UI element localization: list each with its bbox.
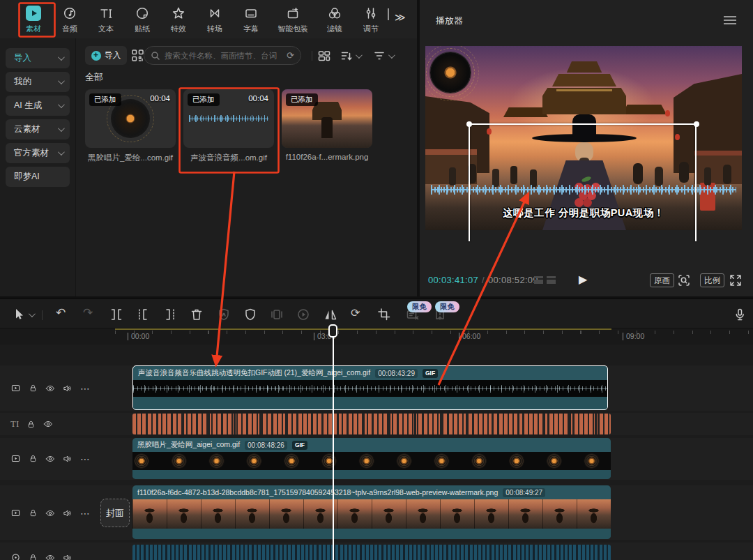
tab-transitions[interactable]: 转场: [197, 0, 233, 38]
more-icon[interactable]: ⋯: [80, 455, 90, 462]
eye-icon[interactable]: [45, 384, 55, 393]
mask-icon[interactable]: [243, 307, 258, 322]
clip-watermark-png[interactable]: f110f26a-f6dc-4872-b13d-28bcddb8c781_175…: [132, 485, 611, 539]
import-button[interactable]: + 导入: [85, 46, 127, 65]
video-caption: 这哪是工作 分明是职场PUA现场！: [425, 206, 742, 220]
preview-zoom-icon[interactable]: [676, 273, 692, 288]
video-track-icon[interactable]: [10, 383, 21, 393]
media-thumbnail: 已添加 00:04: [85, 89, 176, 148]
selection-handle[interactable]: [466, 121, 472, 127]
undo-icon[interactable]: ↶: [56, 305, 66, 321]
playhead-handle[interactable]: [328, 324, 337, 338]
delete-right-icon[interactable]: [162, 307, 178, 322]
grid-view-icon[interactable]: [317, 49, 331, 63]
cover-button[interactable]: 封面: [100, 499, 130, 527]
media-card-vinyl-gif[interactable]: 已添加 00:04 黑胶唱片_爱给...com.gif: [85, 89, 176, 163]
play-button[interactable]: ▶: [579, 273, 587, 286]
tab-effects[interactable]: 特效: [160, 0, 197, 38]
aspect-ratio-button[interactable]: 比例: [700, 273, 724, 287]
tab-filters[interactable]: 滤镜: [317, 0, 353, 38]
tab-audio[interactable]: 音频: [52, 0, 88, 38]
smart-cutout-icon[interactable]: [216, 307, 231, 322]
selection-handle[interactable]: [694, 121, 699, 127]
lock-icon[interactable]: [26, 420, 36, 429]
lock-icon[interactable]: [29, 553, 38, 560]
media-card-waveform-gif[interactable]: 已添加 00:04 声波音浪音频...om.gif: [183, 89, 274, 163]
delete-left-icon[interactable]: [135, 307, 151, 322]
tab-adjust[interactable]: 调节: [353, 0, 389, 38]
red-lantern: [675, 134, 680, 140]
mirror-flip-icon[interactable]: [323, 307, 338, 322]
original-quality-button[interactable]: 原画: [650, 273, 674, 287]
preview-quality-icon[interactable]: [547, 276, 556, 284]
sidebar-item-cloud-assets[interactable]: 云素材: [6, 119, 70, 139]
qr-import-icon[interactable]: [131, 49, 144, 62]
clip-waveform-strip: [133, 380, 607, 397]
sidebar-item-jimeng-ai[interactable]: 即梦AI: [6, 167, 70, 187]
speaker-icon[interactable]: [63, 454, 73, 464]
refresh-icon[interactable]: ⟳: [287, 50, 294, 61]
media-card-watermark-png[interactable]: 已添加 f110f26a-f...ermark.png: [282, 89, 372, 161]
video-preview[interactable]: 这哪是工作 分明是职场PUA现场！: [425, 46, 742, 230]
lock-icon[interactable]: [29, 384, 38, 393]
media-library-panel: 素材 音频 文本 贴纸 特效 转场: [0, 0, 417, 296]
delete-icon[interactable]: [189, 307, 204, 322]
crop-icon[interactable]: [376, 307, 392, 322]
tab-text[interactable]: 文本: [88, 0, 124, 38]
freeze-frame-icon[interactable]: [269, 307, 284, 322]
expand-tabs-button[interactable]: ≫: [395, 11, 404, 24]
lock-icon[interactable]: [29, 454, 38, 463]
speaker-icon[interactable]: [63, 508, 73, 518]
chevron-down-icon[interactable]: [29, 310, 36, 317]
sidebar-item-ai-generate[interactable]: AI 生成: [6, 96, 70, 116]
preview-quality-icon[interactable]: [534, 276, 543, 284]
lock-icon[interactable]: [29, 508, 38, 517]
fullscreen-icon[interactable]: [728, 273, 743, 288]
selection-box-right-edge: [695, 124, 697, 241]
eye-icon[interactable]: [45, 553, 55, 560]
ruler-ticks: [115, 331, 751, 334]
eye-icon[interactable]: [45, 454, 55, 464]
tab-smart-package[interactable]: 智能包装: [269, 0, 317, 38]
video-track-icon[interactable]: [10, 508, 21, 518]
vinyl-record-overlay[interactable]: [430, 52, 471, 93]
waveform-overlay[interactable]: [431, 185, 736, 195]
search-input[interactable]: [165, 52, 282, 60]
speaker-icon[interactable]: [63, 384, 73, 393]
eye-icon[interactable]: [43, 419, 53, 429]
redo-icon[interactable]: ↷: [83, 305, 93, 321]
split-icon[interactable]: [109, 307, 124, 322]
more-icon[interactable]: ⋯: [80, 385, 90, 392]
sticker-icon: [135, 6, 150, 21]
player-menu-icon[interactable]: [724, 16, 736, 24]
audio-track-icon[interactable]: [10, 552, 21, 560]
timeline-ruler[interactable]: 00:00 03:00 06:00 09:00: [0, 328, 753, 345]
tab-sticker[interactable]: 贴纸: [124, 0, 160, 38]
media-thumbnail: 已添加: [282, 89, 372, 148]
tab-captions[interactable]: 字幕: [233, 0, 269, 38]
microphone-icon[interactable]: [732, 307, 747, 322]
clip-waveform-gif[interactable]: 声波音浪音频音乐曲线跳动透明免扣GIF动图 (21)_爱给网_aigei_com…: [132, 365, 608, 410]
rotate-icon[interactable]: ⟳: [351, 305, 360, 321]
divider: [75, 38, 76, 296]
sidebar-item-import[interactable]: 导入: [6, 48, 70, 68]
filter-icon[interactable]: [372, 49, 386, 63]
tab-media[interactable]: 素材: [15, 0, 52, 38]
sidebar-item-official-assets[interactable]: 官方素材: [6, 143, 70, 163]
video-track-icon[interactable]: [10, 453, 21, 464]
speaker-icon[interactable]: [63, 553, 73, 560]
category-tab-all[interactable]: 全部: [85, 71, 103, 84]
added-badge: 已添加: [89, 93, 121, 106]
audio-clips[interactable]: [132, 545, 611, 560]
clip-vinyl-gif[interactable]: 黑胶唱片_爱给网_aigei_com.gif 00:08:48:26 GIF: [132, 438, 611, 479]
play-clip-icon[interactable]: [296, 307, 311, 322]
sort-icon[interactable]: [340, 49, 353, 63]
chevron-down-icon: [388, 52, 395, 59]
sidebar-item-mine[interactable]: 我的: [6, 72, 70, 92]
eye-icon[interactable]: [45, 508, 55, 518]
playhead-line[interactable]: [333, 326, 334, 560]
text-subtitle-clips[interactable]: [132, 414, 611, 434]
more-icon[interactable]: ⋯: [80, 510, 90, 517]
select-cursor-icon[interactable]: [11, 307, 26, 322]
ruler-label: 09:00: [623, 333, 644, 340]
